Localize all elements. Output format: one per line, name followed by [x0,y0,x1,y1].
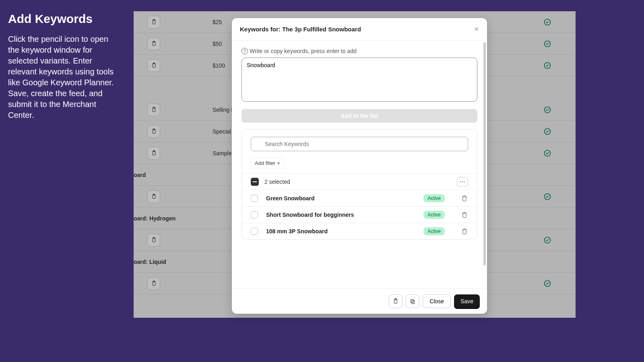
save-button[interactable]: Save [454,294,480,308]
copy-button[interactable] [406,294,419,308]
keyword-label: Short Snowboard for begginners [266,212,354,218]
modal-footer: Close Save [232,288,487,314]
status-badge: Active [423,211,445,219]
help-icon: ? [242,48,248,54]
trash-icon[interactable] [461,195,468,202]
keywords-input-label: ? Write or copy keywords, press enter to… [242,48,477,54]
trash-icon[interactable] [461,211,468,218]
indeterminate-checkbox[interactable] [251,178,259,186]
keyword-checkbox[interactable] [251,228,258,235]
keywords-modal: Keywords for: The 3p Fulfilled Snowboard… [232,18,487,314]
clipboard-button[interactable] [389,294,402,308]
instruction-panel: Add Keywords Click the pencil icon to op… [8,12,121,121]
scrollbar[interactable] [483,42,486,265]
plus-icon: + [277,160,280,166]
keyword-row: 108 mm 3P Snowboard Active [242,223,477,239]
instruction-body: Click the pencil icon to open the keywor… [8,34,121,121]
modal-title: Keywords for: The 3p Fulfilled Snowboard [240,26,361,33]
keyword-row: Green Snowboard Active [242,190,477,207]
instruction-title: Add Keywords [8,12,121,26]
keyword-checkbox[interactable] [251,195,258,202]
add-to-list-button[interactable]: Add to the list [242,109,477,123]
add-filter-button[interactable]: Add filter + [251,158,284,169]
selection-bar: 2 selected ⋯ [242,173,477,190]
search-keywords-input[interactable] [251,137,468,151]
selected-count: 2 selected [264,179,290,185]
close-icon[interactable]: × [474,25,479,34]
modal-body: ? Write or copy keywords, press enter to… [232,41,487,288]
keyword-label: Green Snowboard [266,195,315,202]
status-badge: Active [423,227,445,235]
more-actions-button[interactable]: ⋯ [457,177,468,187]
trash-icon[interactable] [461,228,468,235]
keyword-checkbox[interactable] [251,211,258,218]
close-button[interactable]: Close [423,294,451,308]
status-badge: Active [423,194,445,202]
modal-header: Keywords for: The 3p Fulfilled Snowboard… [232,18,487,41]
keywords-textarea[interactable] [242,58,477,102]
keyword-list-panel: Add filter + 2 selected ⋯ Green Snowboar… [242,129,477,240]
keyword-label: 108 mm 3P Snowboard [266,228,328,234]
keyword-row: Short Snowboard for begginners Active [242,207,477,223]
